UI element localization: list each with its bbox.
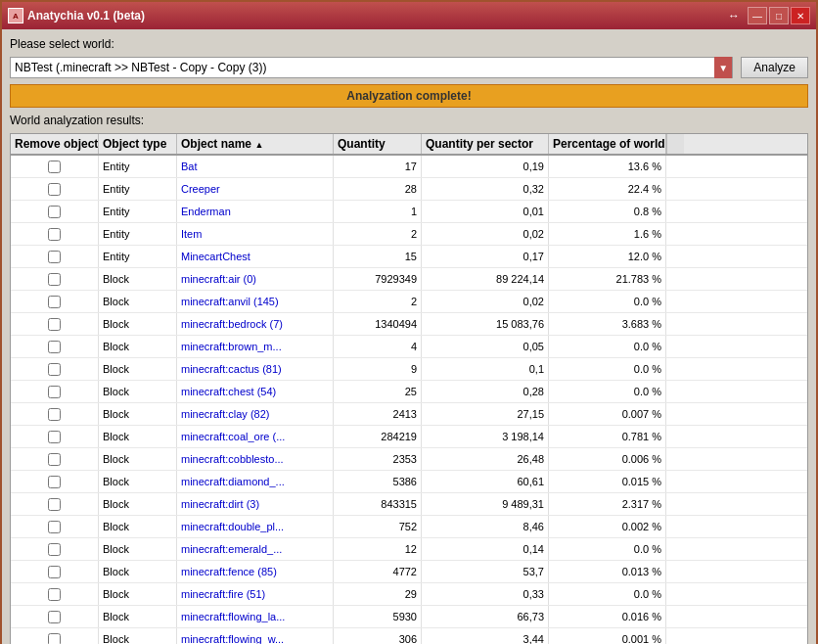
remove-checkbox-cell [11, 516, 99, 537]
percentage-cell: 13.6 % [549, 156, 666, 177]
world-dropdown[interactable]: NBTest (.minecraft >> NBTest - Copy - Co… [10, 57, 733, 78]
col-header-pct[interactable]: Percentage of world [549, 134, 666, 154]
object-type-cell: Block [99, 606, 177, 627]
object-type-cell: Block [99, 561, 177, 582]
main-content: Please select world: NBTest (.minecraft … [2, 29, 816, 644]
table-row: Blockminecraft:diamond_...538660,610.015… [11, 471, 807, 493]
results-label: World analyzation results: [10, 114, 808, 127]
remove-checkbox[interactable] [48, 611, 61, 623]
title-bar-left: A Anatychia v0.1 (beta) [8, 8, 145, 23]
qty-per-sector-cell: 0,14 [422, 538, 549, 560]
remove-checkbox[interactable] [48, 228, 61, 241]
remove-checkbox[interactable] [48, 498, 61, 511]
remove-checkbox[interactable] [48, 633, 61, 645]
remove-checkbox-cell [11, 358, 99, 380]
col-header-quantity[interactable]: Quantity [334, 134, 422, 154]
remove-checkbox[interactable] [48, 543, 61, 556]
quantity-cell: 2413 [334, 403, 422, 425]
object-type-cell: Block [99, 628, 177, 644]
qty-per-sector-cell: 3,44 [422, 628, 549, 644]
remove-checkbox[interactable] [48, 453, 61, 466]
table-row: Blockminecraft:brown_m...40,050.0 % [11, 336, 807, 358]
main-window: A Anatychia v0.1 (beta) ↔ — □ ✕ Please s… [0, 0, 818, 644]
status-message: Analyzation complete! [346, 89, 471, 103]
remove-checkbox[interactable] [48, 273, 61, 286]
qty-per-sector-cell: 0,05 [422, 336, 549, 357]
remove-checkbox[interactable] [48, 161, 61, 173]
table-row: Blockminecraft:flowing_w...3063,440.001 … [11, 628, 807, 644]
remove-checkbox-cell [11, 628, 99, 644]
remove-checkbox[interactable] [48, 318, 61, 331]
quantity-cell: 15 [334, 246, 422, 267]
remove-checkbox[interactable] [48, 588, 61, 601]
object-type-cell: Block [99, 358, 177, 380]
object-name-cell: minecraft:air (0) [177, 268, 334, 290]
object-name-cell: Enderman [177, 201, 334, 222]
percentage-cell: 0.781 % [549, 426, 666, 447]
dropdown-arrow-icon: ▼ [714, 57, 732, 78]
table-row: Blockminecraft:emerald_...120,140.0 % [11, 538, 807, 561]
quantity-cell: 752 [334, 516, 422, 537]
table-row: Blockminecraft:flowing_la...593066,730.0… [11, 606, 807, 628]
percentage-cell: 0.0 % [549, 583, 666, 605]
object-type-cell: Entity [99, 201, 177, 222]
remove-checkbox[interactable] [48, 386, 61, 398]
remove-checkbox[interactable] [48, 251, 61, 263]
remove-checkbox[interactable] [48, 566, 61, 578]
percentage-cell: 0.002 % [549, 516, 666, 537]
quantity-cell: 29 [334, 583, 422, 605]
remove-checkbox[interactable] [48, 363, 61, 376]
col-header-qty-sector[interactable]: Quantity per sector [422, 134, 549, 154]
quantity-cell: 7929349 [334, 268, 422, 290]
table-row: Blockminecraft:double_pl...7528,460.002 … [11, 516, 807, 538]
minimize-button[interactable]: — [748, 7, 767, 24]
remove-checkbox-cell [11, 201, 99, 222]
object-type-cell: Block [99, 448, 177, 470]
object-name-cell: minecraft:brown_m... [177, 336, 334, 357]
col-header-name[interactable]: Object name [177, 134, 334, 154]
object-type-cell: Entity [99, 156, 177, 177]
remove-checkbox[interactable] [48, 521, 61, 533]
resize-icon: ↔ [728, 9, 740, 23]
remove-checkbox-cell [11, 403, 99, 425]
remove-checkbox-cell [11, 561, 99, 582]
percentage-cell: 0.0 % [549, 358, 666, 380]
object-type-cell: Block [99, 426, 177, 447]
close-button[interactable]: ✕ [791, 7, 810, 24]
table-row: EntityBat170,1913.6 % [11, 156, 807, 178]
maximize-button[interactable]: □ [769, 7, 789, 24]
col-header-type[interactable]: Object type [99, 134, 177, 154]
object-name-cell: Creeper [177, 178, 334, 200]
table-row: Blockminecraft:chest (54)250,280.0 % [11, 381, 807, 403]
remove-checkbox[interactable] [48, 408, 61, 421]
object-type-cell: Block [99, 336, 177, 357]
qty-per-sector-cell: 0,01 [422, 201, 549, 222]
remove-checkbox[interactable] [48, 296, 61, 308]
remove-checkbox[interactable] [48, 206, 61, 218]
object-type-cell: Block [99, 583, 177, 605]
qty-per-sector-cell: 0,17 [422, 246, 549, 267]
quantity-cell: 843315 [334, 493, 422, 515]
remove-checkbox[interactable] [48, 476, 61, 488]
qty-per-sector-cell: 0,02 [422, 223, 549, 245]
remove-checkbox[interactable] [48, 431, 61, 443]
object-name-cell: minecraft:flowing_w... [177, 628, 334, 644]
remove-checkbox[interactable] [48, 341, 61, 353]
remove-checkbox-cell [11, 471, 99, 492]
window-title: Anatychia v0.1 (beta) [27, 9, 145, 23]
qty-per-sector-cell: 53,7 [422, 561, 549, 582]
analyze-button[interactable]: Analyze [741, 57, 808, 78]
percentage-cell: 0.015 % [549, 471, 666, 492]
col-header-remove: Remove object [11, 134, 99, 154]
object-name-cell: Item [177, 223, 334, 245]
remove-checkbox[interactable] [48, 183, 61, 196]
percentage-cell: 0.016 % [549, 606, 666, 627]
table-row: Blockminecraft:dirt (3)8433159 489,312.3… [11, 493, 807, 516]
quantity-cell: 2 [334, 291, 422, 312]
world-select-row: NBTest (.minecraft >> NBTest - Copy - Co… [10, 57, 808, 78]
percentage-cell: 0.0 % [549, 336, 666, 357]
app-icon: A [8, 8, 23, 23]
table-body[interactable]: EntityBat170,1913.6 %EntityCreeper280,32… [11, 156, 807, 644]
table-row: EntityEnderman10,010.8 % [11, 201, 807, 223]
object-type-cell: Entity [99, 178, 177, 200]
